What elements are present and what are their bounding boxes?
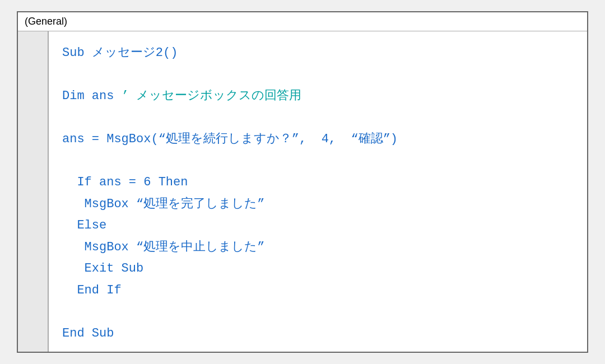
line-else: Else [62, 215, 574, 237]
line-sub: Sub メッセージ2() [62, 43, 574, 64]
content-area: Sub メッセージ2() Dim ans ’ メッセージボックスの回答用 ans… [18, 31, 587, 352]
blank-line-4 [62, 301, 574, 323]
line-endif: End If [62, 280, 574, 302]
line-msgbox1: MsgBox “処理を完了しました” [62, 194, 574, 216]
line-endsub: End Sub [62, 323, 574, 345]
title-text: (General) [25, 16, 67, 27]
blank-line-2 [62, 108, 574, 129]
title-bar: (General) [18, 12, 587, 31]
code-area[interactable]: Sub メッセージ2() Dim ans ’ メッセージボックスの回答用 ans… [49, 31, 587, 352]
editor-window: (General) Sub メッセージ2() Dim ans ’ メッセージボッ… [17, 11, 588, 353]
line-ans: ans = MsgBox(“処理を続行しますか？”, 4, “確認”) [62, 129, 574, 151]
line-if: If ans = 6 Then [62, 172, 574, 194]
line-msgbox2: MsgBox “処理を中止しました” [62, 237, 574, 259]
blank-line-3 [62, 151, 574, 172]
line-dim: Dim ans ’ メッセージボックスの回答用 [62, 86, 574, 108]
line-exit: Exit Sub [62, 258, 574, 280]
code-block: Sub メッセージ2() Dim ans ’ メッセージボックスの回答用 ans… [62, 43, 574, 344]
blank-line-1 [62, 64, 574, 86]
line-gutter [18, 31, 49, 352]
